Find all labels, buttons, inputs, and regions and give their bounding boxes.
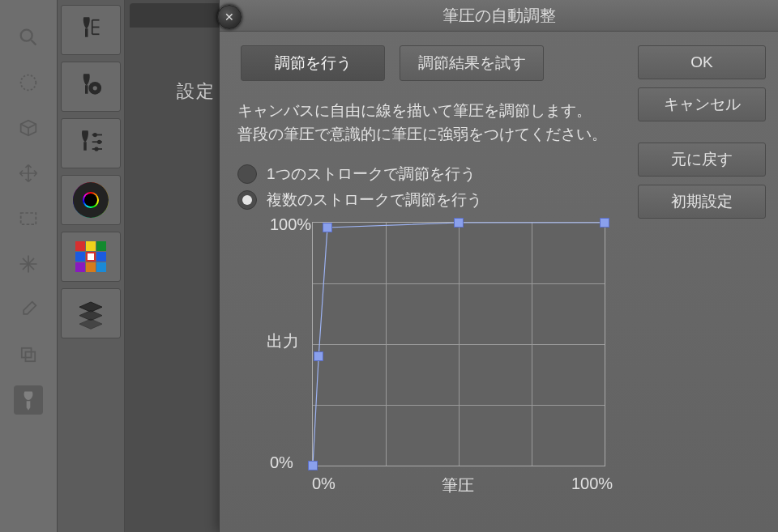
- svg-rect-11: [85, 85, 88, 94]
- cube-tool-icon[interactable]: [14, 113, 43, 143]
- radio-multi-stroke[interactable]: 複数のストロークで調節を行う: [237, 189, 482, 211]
- svg-point-0: [21, 30, 32, 41]
- color-palette-icon[interactable]: [61, 232, 121, 282]
- svg-point-20: [95, 147, 98, 151]
- dialog-side-buttons: OK キャンセル 元に戻す 初期設定: [638, 45, 766, 219]
- svg-rect-6: [85, 28, 88, 37]
- layers-icon[interactable]: [61, 288, 121, 338]
- clone-tool-icon[interactable]: [14, 340, 43, 369]
- marquee-tool-icon[interactable]: [14, 204, 43, 233]
- move-tool-icon[interactable]: [14, 159, 43, 188]
- tab-try[interactable]: 調節結果を試す: [400, 45, 544, 81]
- pressure-dialog: 筆圧の自動調整 調節を行う 調節結果を試す キャンバスに自由に線を描いて筆圧を調…: [219, 0, 778, 532]
- dialog-tabs: 調節を行う 調節結果を試す: [241, 45, 544, 81]
- x-tick-min: 0%: [312, 475, 336, 493]
- svg-point-16: [94, 134, 97, 137]
- svg-rect-14: [83, 142, 87, 151]
- pen-tree-icon[interactable]: [61, 5, 121, 55]
- curve-handle[interactable]: [308, 461, 318, 470]
- pressure-curve-line: [313, 223, 605, 466]
- pressure-curve-chart: 100% 出力 0% 0% 筆圧 100%: [241, 214, 609, 505]
- chart-plot-area[interactable]: [312, 222, 605, 466]
- revert-button[interactable]: 元に戻す: [638, 143, 766, 177]
- close-icon[interactable]: [217, 5, 242, 29]
- brush-tool-icon[interactable]: [14, 385, 43, 415]
- svg-point-2: [21, 75, 36, 91]
- sparkle-tool-icon[interactable]: [14, 249, 43, 279]
- background-panel-label: 設定: [177, 79, 216, 104]
- radio-dot-icon: [237, 190, 257, 210]
- sub-toolbar: [57, 0, 125, 532]
- pen-sliders-icon[interactable]: [61, 118, 121, 168]
- y-axis-label: 出力: [267, 330, 299, 352]
- curve-handle[interactable]: [600, 218, 609, 228]
- ellipse-tool-icon[interactable]: [14, 68, 43, 97]
- radio-single-stroke[interactable]: 1つのストロークで調節を行う: [237, 164, 482, 185]
- defaults-button[interactable]: 初期設定: [638, 185, 766, 219]
- color-wheel-icon[interactable]: [61, 175, 121, 225]
- ok-button[interactable]: OK: [638, 45, 766, 79]
- svg-point-13: [93, 86, 97, 90]
- x-tick-max: 100%: [571, 475, 613, 493]
- svg-point-18: [98, 141, 101, 144]
- y-tick-min: 0%: [270, 453, 293, 472]
- svg-rect-3: [21, 213, 36, 224]
- y-tick-max: 100%: [270, 215, 311, 234]
- radio-multi-label: 複数のストロークで調節を行う: [267, 189, 482, 211]
- tab-adjust[interactable]: 調節を行う: [241, 45, 385, 81]
- dialog-title: 筆圧の自動調整: [220, 0, 778, 32]
- svg-rect-5: [26, 352, 36, 362]
- svg-rect-4: [22, 348, 32, 358]
- stroke-mode-radios: 1つのストロークで調節を行う 複数のストロークで調節を行う: [237, 159, 482, 215]
- pen-settings-icon[interactable]: [61, 62, 121, 112]
- zoom-tool-icon[interactable]: [14, 23, 43, 52]
- radio-single-label: 1つのストロークで調節を行う: [267, 164, 476, 185]
- instructions-line-2: 普段の筆圧で意識的に筆圧に強弱をつけてください。: [237, 122, 607, 146]
- cancel-button[interactable]: キャンセル: [638, 87, 766, 121]
- svg-line-1: [32, 40, 36, 45]
- dialog-instructions: キャンバスに自由に線を描いて筆圧を調節します。 普段の筆圧で意識的に筆圧に強弱を…: [237, 99, 607, 147]
- x-axis-label: 筆圧: [442, 475, 474, 496]
- eyedropper-tool-icon[interactable]: [14, 295, 43, 324]
- curve-handle[interactable]: [323, 223, 332, 232]
- curve-handle[interactable]: [314, 351, 323, 361]
- radio-dot-icon: [237, 164, 257, 184]
- curve-handle[interactable]: [454, 218, 464, 228]
- instructions-line-1: キャンバスに自由に線を描いて筆圧を調節します。: [237, 99, 607, 122]
- main-toolbar: [0, 0, 57, 532]
